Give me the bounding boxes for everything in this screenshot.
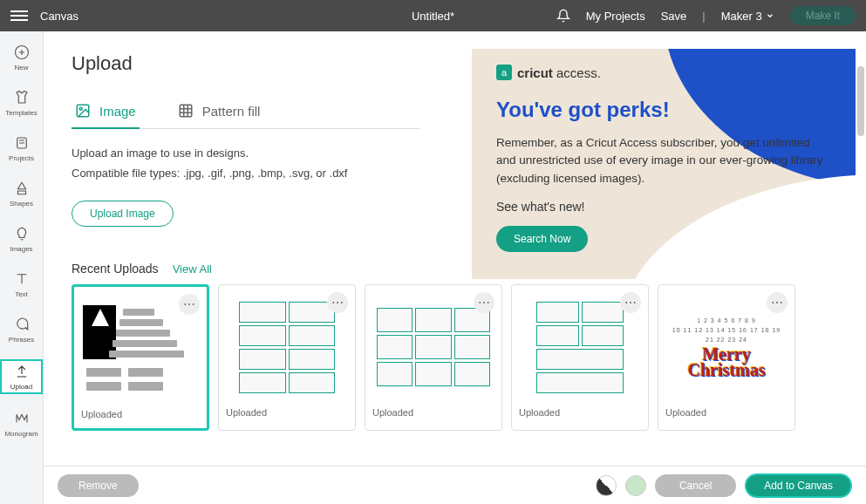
section-label: Canvas	[40, 10, 78, 23]
view-all-link[interactable]: View All	[173, 262, 212, 276]
card-thumbnail	[79, 292, 201, 405]
sidebar-item-text[interactable]: Text	[0, 269, 43, 300]
save-link[interactable]: Save	[661, 10, 687, 23]
promo-brand: a cricut access.	[496, 65, 831, 80]
upload-card[interactable]: ⋯ 1 2 3 4 5 6 7 8 9 10 11 12 13 14 15 16…	[658, 284, 795, 431]
merry-nums: 10 11 12 13 14 15 16 17 18 19	[672, 327, 781, 333]
promo-banner: a cricut access. You've got perks! Remem…	[472, 49, 856, 279]
machine-label: Maker 3	[721, 10, 762, 23]
sidebar-item-upload[interactable]: Upload	[0, 359, 43, 394]
tab-label: Pattern fill	[202, 104, 261, 119]
make-it-button[interactable]: Make It	[790, 6, 856, 25]
sidebar-item-monogram[interactable]: Monogram	[0, 408, 43, 439]
uploads-row: ⋯	[72, 284, 838, 431]
merry-script: Christmas	[672, 362, 781, 378]
cancel-button[interactable]: Cancel	[655, 474, 736, 497]
svg-point-3	[79, 107, 82, 110]
merry-nums: 21 22 23 24	[672, 337, 781, 343]
my-projects-link[interactable]: My Projects	[586, 10, 645, 23]
plus-circle-icon	[13, 44, 31, 61]
bottom-bar: Remove Cancel Add to Canvas	[44, 466, 866, 504]
upload-card[interactable]: ⋯	[72, 284, 209, 431]
color-chip[interactable]	[596, 475, 617, 496]
color-chip[interactable]	[625, 475, 646, 496]
upload-card[interactable]: ⋯ Uploaded	[365, 284, 502, 431]
tabs: Image Pattern fill	[72, 94, 420, 129]
card-more-icon[interactable]: ⋯	[327, 292, 348, 313]
sidebar-item-label: Images	[10, 245, 32, 253]
recent-uploads-title: Recent Uploads	[72, 262, 159, 276]
tab-image[interactable]: Image	[72, 94, 140, 129]
pattern-icon	[178, 103, 194, 119]
speech-icon	[13, 316, 31, 333]
sidebar-item-projects[interactable]: Projects	[0, 133, 43, 164]
card-more-icon[interactable]: ⋯	[620, 292, 641, 313]
card-more-icon[interactable]: ⋯	[767, 292, 788, 313]
promo-heading: You've got perks!	[496, 98, 831, 122]
sidebar-item-label: Phrases	[9, 336, 34, 344]
svg-rect-4	[180, 105, 192, 117]
sidebar-item-label: Shapes	[10, 200, 33, 208]
sidebar-item-new[interactable]: New	[0, 42, 43, 73]
add-to-canvas-button[interactable]: Add to Canvas	[745, 473, 852, 498]
monogram-icon	[13, 410, 31, 427]
sidebar-item-label: Monogram	[4, 430, 38, 438]
bulb-icon	[13, 225, 31, 242]
sidebar-item-label: Templates	[5, 109, 37, 117]
sidebar-item-label: New	[14, 64, 28, 72]
card-label: Uploaded	[224, 404, 350, 421]
tab-pattern-fill[interactable]: Pattern fill	[174, 94, 264, 129]
upload-icon	[13, 363, 31, 380]
sidebar-item-images[interactable]: Images	[0, 223, 43, 255]
sidebar-item-label: Projects	[9, 154, 34, 162]
bell-icon[interactable]	[556, 9, 570, 23]
tab-label: Image	[99, 104, 136, 119]
menu-icon[interactable]	[10, 7, 28, 24]
access-icon: a	[496, 65, 512, 80]
divider: |	[702, 10, 705, 23]
brand-light: access	[556, 65, 597, 80]
sidebar-item-shapes[interactable]: Shapes	[0, 178, 43, 209]
sidebar-item-templates[interactable]: Templates	[0, 87, 43, 119]
shirt-icon	[13, 89, 31, 106]
document-title: Untitled*	[412, 10, 454, 23]
image-icon	[75, 103, 91, 119]
card-more-icon[interactable]: ⋯	[474, 292, 494, 313]
stack-icon	[13, 134, 31, 152]
upload-card[interactable]: ⋯ Uploaded	[218, 284, 356, 431]
merry-nums: 1 2 3 4 5 6 7 8 9	[672, 317, 781, 324]
shapes-icon	[13, 180, 31, 197]
search-now-button[interactable]: Search Now	[496, 226, 588, 252]
card-label: Uploaded	[79, 405, 201, 423]
card-label: Uploaded	[371, 404, 496, 421]
remove-button[interactable]: Remove	[58, 474, 139, 497]
upload-card[interactable]: ⋯ Uploaded	[511, 284, 649, 431]
card-label: Uploaded	[664, 404, 789, 421]
chevron-down-icon	[766, 11, 774, 20]
promo-sub: See what's new!	[496, 200, 831, 214]
promo-text: Remember, as a Cricut Access subscriber,…	[496, 134, 828, 187]
scrollbar[interactable]	[857, 66, 864, 136]
text-icon	[13, 270, 31, 288]
brand-bold: cricut	[517, 65, 553, 80]
upload-image-button[interactable]: Upload Image	[72, 201, 174, 227]
sidebar-item-label: Upload	[10, 383, 32, 391]
sidebar-item-phrases[interactable]: Phrases	[0, 314, 43, 345]
machine-selector[interactable]: Maker 3	[721, 10, 774, 23]
card-label: Uploaded	[517, 404, 643, 421]
sidebar: New Templates Projects Shapes Images Tex…	[0, 31, 44, 504]
sidebar-item-label: Text	[15, 290, 28, 298]
merry-script: Merry	[672, 346, 781, 362]
